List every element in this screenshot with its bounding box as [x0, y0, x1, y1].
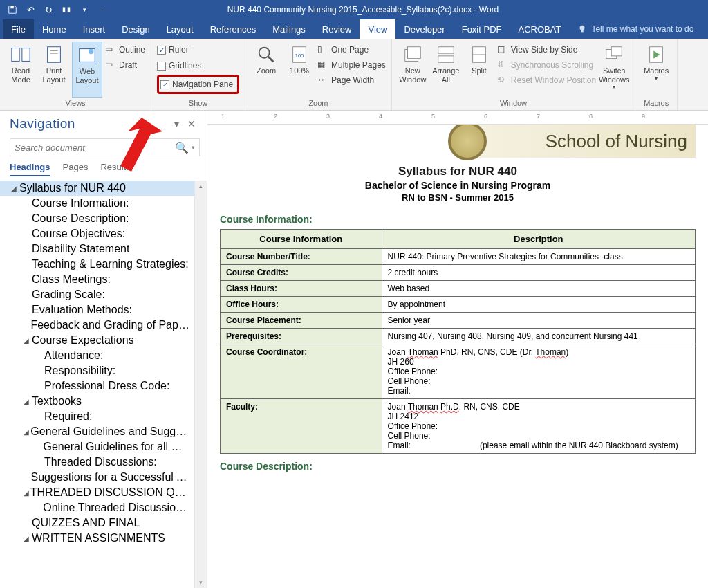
zoom-100-button[interactable]: 100 100% [284, 42, 315, 98]
sync-scroll-icon: ⇵ [497, 59, 508, 71]
nav-tree-item[interactable]: ◢Textbooks [0, 394, 194, 409]
arrange-all-button[interactable]: Arrange All [431, 42, 461, 98]
nav-tree-item[interactable]: ◢Syllabus for NUR 440 [0, 181, 194, 196]
switch-windows-button[interactable]: Switch Windows▾ [599, 42, 629, 98]
nav-tree-item[interactable]: Threaded Discussions: [0, 454, 194, 470]
nav-tree-item[interactable]: Feedback and Grading of Paper As… [0, 318, 194, 333]
page-width-button[interactable]: ↔Page Width [317, 73, 386, 87]
nav-tree-item[interactable]: Professional Dress Code: [0, 378, 194, 394]
outline-view-button[interactable]: ▭Outline [105, 43, 145, 57]
navigation-pane-options-button[interactable]: ▾ [170, 118, 183, 129]
synchronous-scrolling-button[interactable]: ⇵Synchronous Scrolling [497, 58, 596, 72]
tab-review[interactable]: Review [314, 19, 360, 39]
print-layout-button[interactable]: Print Layout [39, 42, 69, 98]
gridlines-checkbox[interactable]: Gridlines [157, 59, 239, 73]
navigation-tabs: Headings Pages Results [0, 162, 207, 181]
navigation-search-input[interactable] [15, 143, 175, 153]
zoom-button[interactable]: Zoom [251, 42, 281, 98]
tab-file[interactable]: File [3, 19, 34, 39]
nav-tree-item[interactable]: General Guidelines for all Writte… [0, 439, 194, 454]
nav-tree-item[interactable]: ◢General Guidelines and Suggestion… [0, 424, 194, 439]
magnifier-icon [256, 44, 277, 65]
tab-view[interactable]: View [360, 19, 395, 39]
nav-tree-item-label: Attendance: [44, 349, 103, 362]
nav-tab-results[interactable]: Results [100, 162, 130, 176]
svg-rect-17 [407, 47, 420, 59]
one-page-button[interactable]: ▯One Page [317, 43, 386, 57]
navigation-pane-close-button[interactable]: ✕ [183, 118, 200, 129]
nav-tab-headings[interactable]: Headings [10, 162, 50, 176]
reset-window-position-button[interactable]: ⟲Reset Window Position [497, 73, 596, 87]
nav-tree-item[interactable]: Grading Scale: [0, 287, 194, 302]
navigation-tree[interactable]: ◢Syllabus for NUR 440Course Information:… [0, 181, 194, 588]
ribbon-tabs: File Home Insert Design Layout Reference… [0, 19, 708, 39]
side-by-side-icon: ◫ [497, 44, 508, 55]
touch-mode-icon[interactable] [59, 3, 73, 17]
tab-references[interactable]: References [202, 19, 264, 39]
doc-title: Syllabus for NUR 440 [220, 165, 696, 178]
navigation-search[interactable]: 🔍 ▾ [10, 138, 200, 156]
macros-button[interactable]: Macros▾ [641, 42, 671, 98]
arrange-all-icon [436, 44, 456, 65]
save-icon[interactable] [6, 3, 19, 17]
nav-tree-item[interactable]: Required: [0, 409, 194, 424]
navigation-scrollbar[interactable]: ▴ ▾ [194, 181, 207, 588]
navigation-pane-checkbox[interactable]: ✓Navigation Pane [160, 77, 233, 91]
document-page[interactable]: School of Nursing Syllabus for NUR 440 B… [207, 125, 708, 490]
undo-icon[interactable]: ↶ [24, 3, 37, 17]
horizontal-ruler[interactable]: 123456789 [207, 111, 708, 125]
draft-view-button[interactable]: ▭Draft [105, 58, 145, 72]
tab-insert[interactable]: Insert [75, 19, 114, 39]
new-window-button[interactable]: New Window [398, 42, 428, 98]
svg-rect-23 [611, 47, 622, 56]
tab-layout[interactable]: Layout [158, 19, 202, 39]
svg-rect-19 [438, 56, 454, 62]
ruler-checkbox[interactable]: ✓Ruler [157, 43, 239, 57]
search-icon[interactable]: 🔍 [175, 141, 189, 154]
nav-tree-item[interactable]: QUIZZES AND FINAL [0, 515, 194, 531]
group-show: ✓Ruler Gridlines ✓Navigation Pane Show [151, 39, 245, 110]
nav-tree-item[interactable]: ◢THREADED DISCUSSION QUESTIO… [0, 485, 194, 500]
nav-tree-item-label: Textbooks [32, 395, 82, 407]
qat-more-icon[interactable]: ⋯ [95, 3, 109, 17]
nav-tree-item[interactable]: ◢Course Expectations [0, 333, 194, 348]
table-cell-key: Faculty: [221, 399, 382, 454]
nav-tree-item[interactable]: Class Meetings: [0, 272, 194, 287]
customize-qat-icon[interactable]: ▾ [77, 3, 91, 17]
table-row: Course Placement:Senior year [221, 313, 696, 329]
nav-tree-item[interactable]: Responsibility: [0, 363, 194, 378]
search-dropdown-icon[interactable]: ▾ [189, 144, 195, 151]
redo-icon[interactable]: ↻ [41, 3, 55, 17]
web-layout-button[interactable]: Web Layout [72, 42, 102, 98]
nav-tree-item[interactable]: Course Description: [0, 211, 194, 226]
tab-design[interactable]: Design [113, 19, 158, 39]
tab-mailings[interactable]: Mailings [264, 19, 314, 39]
tab-home[interactable]: Home [34, 19, 75, 39]
tab-developer[interactable]: Developer [395, 19, 453, 39]
nav-tree-item[interactable]: Attendance: [0, 348, 194, 363]
nav-tab-pages[interactable]: Pages [63, 162, 88, 176]
split-button[interactable]: Split [464, 42, 494, 98]
tell-me-search[interactable]: Tell me what you want to do [577, 19, 693, 39]
nav-tree-item[interactable]: ◢WRITTEN ASSIGNMENTS [0, 531, 194, 546]
document-scroll[interactable]: School of Nursing Syllabus for NUR 440 B… [207, 125, 708, 588]
tab-foxit-pdf[interactable]: Foxit PDF [454, 19, 510, 39]
nav-tree-item[interactable]: Suggestions for a Successful Acad… [0, 470, 194, 485]
multiple-pages-button[interactable]: ▦Multiple Pages [317, 58, 386, 72]
nav-tree-item[interactable]: Teaching & Learning Strategies: [0, 257, 194, 272]
scroll-down-icon[interactable]: ▾ [199, 577, 203, 588]
nav-tree-item[interactable]: Evaluation Methods: [0, 302, 194, 318]
table-header-2: Description [382, 230, 695, 249]
web-layout-icon [77, 45, 97, 66]
nav-tree-item[interactable]: Online Threaded Discussion Eva… [0, 500, 194, 515]
scroll-up-icon[interactable]: ▴ [199, 181, 203, 192]
nav-tree-item-label: Feedback and Grading of Paper As… [30, 319, 190, 331]
read-mode-button[interactable]: Read Mode [6, 42, 36, 98]
nav-tree-item[interactable]: Course Information: [0, 196, 194, 211]
draft-icon: ▭ [105, 59, 116, 71]
section-heading-course-desc: Course Description: [220, 461, 696, 472]
view-side-by-side-button[interactable]: ◫View Side by Side [497, 43, 596, 57]
tab-acrobat[interactable]: ACROBAT [510, 19, 569, 39]
nav-tree-item[interactable]: Course Objectives: [0, 226, 194, 241]
nav-tree-item[interactable]: Disability Statement [0, 241, 194, 257]
